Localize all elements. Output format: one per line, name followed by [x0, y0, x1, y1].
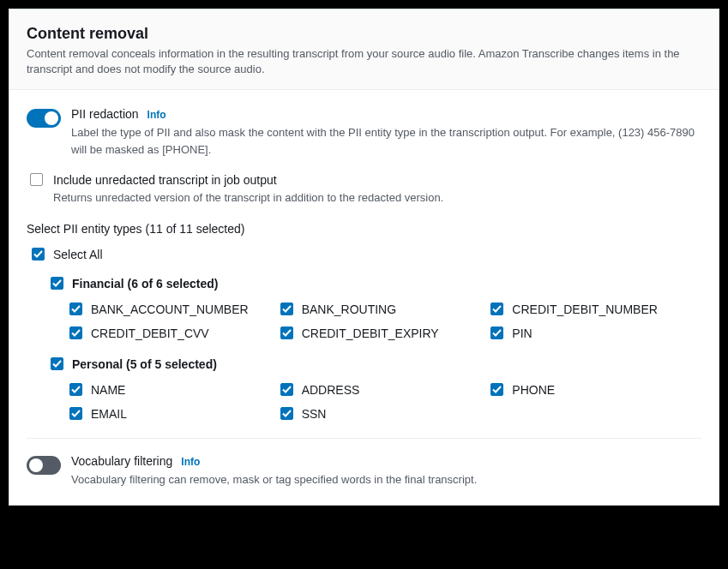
entity-label: PIN: [512, 326, 532, 340]
select-all-row: Select All: [32, 248, 701, 261]
entity-checkbox[interactable]: [280, 302, 293, 315]
entity-bank-routing: BANK_ROUTING: [280, 302, 491, 316]
financial-group-title: Financial (6 of 6 selected): [72, 277, 218, 290]
include-unredacted-checkbox[interactable]: [30, 173, 43, 186]
vocab-filtering-content: Vocabulary filtering Info Vocabulary fil…: [71, 454, 701, 488]
include-unredacted-row: Include unredacted transcript in job out…: [30, 173, 701, 207]
entity-checkbox[interactable]: [280, 383, 293, 396]
financial-group-header: Financial (6 of 6 selected): [51, 277, 701, 290]
entity-checkbox[interactable]: [69, 302, 82, 315]
entity-label: CREDIT_DEBIT_NUMBER: [512, 302, 658, 316]
pii-redaction-toggle[interactable]: [27, 109, 61, 128]
entity-label: SSN: [302, 407, 327, 421]
personal-group-title: Personal (5 of 5 selected): [72, 357, 217, 371]
entity-label: CREDIT_DEBIT_CVV: [91, 326, 209, 340]
entity-label: NAME: [91, 383, 125, 397]
select-all-checkbox[interactable]: [32, 248, 45, 261]
entity-credit-debit-cvv: CREDIT_DEBIT_CVV: [69, 326, 280, 340]
entity-address: ADDRESS: [280, 383, 491, 397]
personal-group: Personal (5 of 5 selected) NAME ADDRESS …: [51, 357, 701, 421]
vocab-filtering-description: Vocabulary filtering can remove, mask or…: [71, 471, 701, 488]
entity-checkbox[interactable]: [280, 326, 293, 339]
pii-redaction-title: PII redaction: [71, 107, 139, 121]
content-removal-panel: Content removal Content removal conceals…: [9, 9, 719, 506]
entity-label: CREDIT_DEBIT_EXPIRY: [302, 326, 439, 340]
entity-pin: PIN: [490, 326, 701, 340]
entity-bank-account-number: BANK_ACCOUNT_NUMBER: [69, 302, 280, 316]
entity-checkbox[interactable]: [69, 383, 82, 396]
vocab-filtering-info-link[interactable]: Info: [181, 456, 200, 468]
entity-checkbox[interactable]: [69, 407, 82, 420]
entity-credit-debit-expiry: CREDIT_DEBIT_EXPIRY: [280, 326, 491, 340]
panel-title: Content removal: [27, 25, 701, 43]
vocab-filtering-row: Vocabulary filtering Info Vocabulary fil…: [27, 454, 701, 488]
personal-group-checkbox[interactable]: [51, 357, 63, 370]
entity-label: ADDRESS: [302, 383, 360, 397]
entity-checkbox[interactable]: [490, 383, 503, 396]
financial-group: Financial (6 of 6 selected) BANK_ACCOUNT…: [51, 277, 701, 340]
pii-redaction-info-link[interactable]: Info: [147, 109, 166, 121]
entity-email: EMAIL: [69, 407, 280, 421]
entity-credit-debit-number: CREDIT_DEBIT_NUMBER: [490, 302, 701, 316]
select-all-label: Select All: [53, 248, 103, 261]
panel-body: PII redaction Info Label the type of PII…: [9, 90, 719, 505]
entity-checkbox[interactable]: [280, 407, 293, 420]
pii-redaction-description: Label the type of PII and also mask the …: [71, 124, 701, 158]
financial-entity-grid: BANK_ACCOUNT_NUMBER BANK_ROUTING CREDIT_…: [69, 302, 701, 340]
entity-types-label: Select PII entity types (11 of 11 select…: [27, 222, 701, 236]
pii-redaction-content: PII redaction Info Label the type of PII…: [71, 107, 701, 158]
financial-group-checkbox[interactable]: [51, 277, 63, 290]
vocab-filtering-title: Vocabulary filtering: [71, 454, 172, 468]
entity-label: BANK_ACCOUNT_NUMBER: [91, 302, 249, 316]
toggle-knob: [29, 458, 43, 472]
entity-checkbox[interactable]: [490, 302, 503, 315]
panel-description: Content removal conceals information in …: [27, 46, 701, 77]
pii-redaction-row: PII redaction Info Label the type of PII…: [27, 107, 701, 158]
entity-checkbox[interactable]: [69, 326, 82, 339]
entity-label: EMAIL: [91, 407, 127, 421]
entity-label: PHONE: [512, 383, 555, 397]
divider: [27, 438, 701, 439]
vocab-filtering-toggle[interactable]: [27, 456, 61, 475]
panel-header: Content removal Content removal conceals…: [9, 9, 719, 90]
personal-entity-grid: NAME ADDRESS PHONE EMAIL SSN: [69, 383, 701, 421]
personal-group-header: Personal (5 of 5 selected): [51, 357, 701, 371]
entity-checkbox[interactable]: [490, 326, 503, 339]
include-unredacted-description: Returns unredacted version of the transc…: [53, 189, 701, 207]
entity-ssn: SSN: [280, 407, 491, 421]
entity-phone: PHONE: [490, 383, 701, 397]
entity-label: BANK_ROUTING: [302, 302, 396, 316]
entity-name: NAME: [69, 383, 280, 397]
include-unredacted-title: Include unredacted transcript in job out…: [53, 173, 701, 187]
include-unredacted-content: Include unredacted transcript in job out…: [53, 173, 701, 207]
